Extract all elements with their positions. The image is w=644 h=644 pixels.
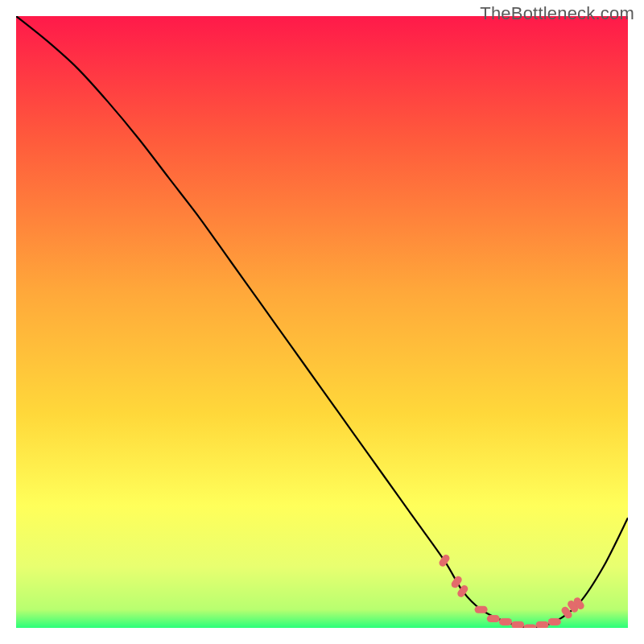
curve-marker <box>548 618 561 625</box>
svg-rect-6 <box>511 621 524 628</box>
svg-rect-8 <box>536 621 549 628</box>
gradient-background <box>16 16 628 628</box>
svg-rect-3 <box>475 606 488 613</box>
curve-marker <box>511 621 524 628</box>
svg-rect-5 <box>499 618 512 625</box>
plot-area <box>16 16 628 628</box>
svg-rect-7 <box>523 625 536 629</box>
chart-wrapper: TheBottleneck.com <box>0 0 644 644</box>
svg-rect-4 <box>487 615 500 622</box>
curve-marker <box>487 615 500 622</box>
curve-marker <box>536 621 549 628</box>
svg-rect-9 <box>548 618 561 625</box>
curve-marker <box>499 618 512 625</box>
curve-marker <box>523 625 536 629</box>
watermark-text: TheBottleneck.com <box>480 3 634 24</box>
curve-marker <box>475 606 488 613</box>
chart-svg <box>16 16 628 628</box>
